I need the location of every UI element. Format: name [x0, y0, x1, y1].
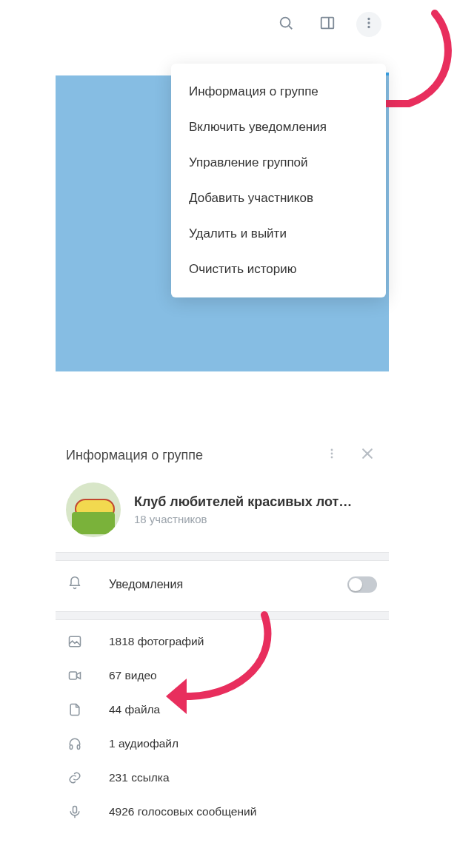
media-label: 4926 голосовых сообщений: [109, 805, 256, 818]
svg-rect-16: [73, 807, 77, 813]
info-more-button[interactable]: [321, 444, 343, 466]
more-vertical-icon: [324, 446, 339, 464]
bell-icon: [67, 576, 82, 593]
microphone-icon: [67, 804, 82, 819]
svg-point-9: [331, 457, 333, 459]
media-label: 1818 фотографий: [109, 635, 204, 648]
menu-item-enable-notifications[interactable]: Включить уведомления: [171, 110, 386, 145]
group-info-panel: Информация о группе Клуб любителей краси…: [56, 434, 389, 836]
media-summary-list: 1818 фотографий 67 видео 44 файла: [56, 620, 389, 836]
svg-point-6: [367, 26, 370, 28]
search-icon: [278, 15, 294, 34]
link-icon: [67, 770, 82, 785]
menu-item-add-members[interactable]: Добавить участников: [171, 181, 386, 216]
file-icon: [67, 702, 82, 717]
media-label: 1 аудиофайл: [109, 737, 179, 750]
media-label: 67 видео: [109, 669, 157, 682]
svg-rect-2: [321, 18, 334, 29]
close-button[interactable]: [356, 444, 378, 466]
menu-item-clear-history[interactable]: Очистить историю: [171, 252, 386, 287]
media-row-videos[interactable]: 67 видео: [67, 659, 377, 693]
close-icon: [360, 446, 375, 464]
svg-point-0: [281, 18, 290, 27]
svg-rect-15: [77, 745, 79, 750]
group-members-count: 18 участников: [134, 513, 352, 525]
info-panel-header: Информация о группе: [56, 434, 389, 480]
menu-item-group-info[interactable]: Информация о группе: [171, 74, 386, 110]
notifications-row: Уведомления: [56, 561, 389, 611]
sidebar-toggle-button[interactable]: [315, 12, 340, 37]
video-icon: [67, 668, 82, 683]
section-separator: [56, 552, 389, 561]
svg-point-8: [331, 453, 333, 455]
media-row-voice[interactable]: 4926 голосовых сообщений: [67, 795, 377, 829]
headphones-icon: [67, 736, 82, 751]
svg-line-1: [289, 26, 292, 29]
chat-toolbar: [56, 9, 389, 40]
sidebar-icon: [319, 15, 336, 34]
group-header-row[interactable]: Клуб любителей красивых лот… 18 участник…: [56, 480, 389, 552]
notifications-label: Уведомления: [109, 578, 347, 591]
more-vertical-icon: [361, 15, 377, 34]
svg-point-4: [367, 18, 370, 20]
photo-icon: [67, 634, 82, 649]
svg-rect-13: [70, 672, 77, 679]
svg-point-7: [331, 449, 333, 451]
media-label: 44 файла: [109, 703, 160, 716]
more-options-button[interactable]: [356, 12, 381, 37]
media-row-files[interactable]: 44 файла: [67, 693, 377, 727]
context-menu: Информация о группе Включить уведомления…: [171, 64, 386, 297]
svg-point-5: [367, 21, 370, 24]
group-text-block: Клуб любителей красивых лот… 18 участник…: [134, 494, 352, 525]
media-row-links[interactable]: 231 ссылка: [67, 761, 377, 795]
info-panel-title: Информация о группе: [66, 448, 307, 463]
notifications-toggle[interactable]: [347, 576, 377, 593]
group-avatar: [66, 482, 121, 537]
svg-rect-12: [70, 636, 81, 646]
menu-item-delete-leave[interactable]: Удалить и выйти: [171, 216, 386, 252]
svg-rect-14: [70, 745, 72, 750]
media-label: 231 ссылка: [109, 771, 170, 784]
section-separator: [56, 611, 389, 620]
media-row-audio[interactable]: 1 аудиофайл: [67, 727, 377, 761]
media-row-photos[interactable]: 1818 фотографий: [67, 625, 377, 659]
search-button[interactable]: [273, 12, 298, 37]
menu-item-manage-group[interactable]: Управление группой: [171, 145, 386, 181]
group-name: Клуб любителей красивых лот…: [134, 494, 352, 510]
